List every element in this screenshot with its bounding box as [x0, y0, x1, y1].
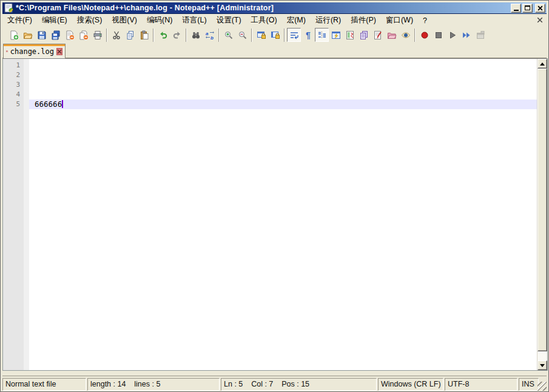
toolbar-button-macro-run-multiple[interactable]	[459, 28, 473, 42]
title-bar[interactable]: *C:\Program Files\Notepad++\change.log -…	[2, 2, 547, 14]
toolbar-button-macro-playback[interactable]	[445, 28, 459, 42]
menu-item-settings[interactable]: 设置(T)	[212, 14, 246, 27]
replace-icon: ab	[205, 30, 215, 40]
toolbar-button-document-switcher[interactable]	[357, 28, 371, 42]
print-icon	[93, 30, 103, 40]
menu-item-language[interactable]: 语言(L)	[177, 14, 211, 27]
menu-item-search[interactable]: 搜索(S)	[72, 14, 107, 27]
close-icon	[537, 5, 543, 11]
toolbar-separator	[153, 29, 154, 42]
arrow-down-icon	[540, 364, 545, 370]
scroll-up-button[interactable]	[537, 59, 547, 69]
toolbar-button-macro-stop[interactable]	[431, 28, 445, 42]
menu-item-edit[interactable]: 编辑(E)	[37, 14, 72, 27]
toolbar-button-document-map[interactable]	[343, 28, 357, 42]
toolbar-button-sync-vertical-scroll[interactable]	[254, 28, 268, 42]
toolbar-button-print[interactable]	[90, 28, 104, 42]
toolbar-button-paste[interactable]	[137, 28, 151, 42]
sync-vertical-scroll-icon	[257, 30, 266, 40]
menu-item-macro[interactable]: 宏(M)	[282, 14, 311, 27]
toolbar-button-zoom-out[interactable]	[235, 28, 249, 42]
tab-label: change.log	[10, 47, 54, 56]
line-number[interactable]: 4	[3, 90, 24, 100]
toolbar-separator	[414, 29, 416, 42]
text-content[interactable]: 666666	[29, 59, 537, 370]
editor-line-4[interactable]	[29, 90, 537, 100]
line-number[interactable]: 3	[3, 80, 24, 90]
fold-margin[interactable]	[24, 59, 29, 370]
toolbar-button-copy[interactable]	[123, 28, 137, 42]
save-icon	[37, 30, 47, 40]
maximize-button[interactable]	[522, 4, 533, 13]
menu-item-file[interactable]: 文件(F)	[2, 14, 37, 27]
maximize-icon	[525, 5, 530, 10]
toolbar-button-zoom-in[interactable]	[221, 28, 235, 42]
new-file-icon	[9, 30, 19, 40]
status-bar: Normal text file length : 14 lines : 5 L…	[2, 376, 547, 392]
toolbar-separator	[218, 29, 220, 42]
sync-horizontal-scroll-icon	[271, 30, 280, 40]
toolbar-button-close[interactable]	[62, 28, 76, 42]
editor-line-3[interactable]	[29, 80, 537, 90]
redo-icon	[172, 30, 182, 40]
tab-close-button[interactable]	[56, 48, 62, 55]
toolbar-button-sync-horizontal-scroll[interactable]	[268, 28, 282, 42]
scroll-down-button[interactable]	[537, 360, 547, 370]
menu-item-run[interactable]: 运行(R)	[311, 14, 346, 27]
toolbar-button-open-file[interactable]	[21, 28, 35, 42]
line-text: 666666	[35, 100, 62, 109]
editor-line-5-current[interactable]: 666666	[29, 100, 537, 109]
line-number[interactable]: 5	[3, 100, 24, 109]
toolbar-button-user-defined-language[interactable]	[329, 28, 343, 42]
editor-line-2[interactable]	[29, 70, 537, 80]
notepadpp-app-icon[interactable]	[4, 3, 14, 13]
monitoring-eye-icon	[401, 30, 411, 40]
menu-item-view[interactable]: 视图(V)	[107, 14, 142, 27]
toolbar-button-cut[interactable]	[109, 28, 123, 42]
menu-item-plugins[interactable]: 插件(P)	[346, 14, 381, 27]
undo-icon	[158, 30, 168, 40]
folder-as-workspace-icon	[387, 30, 397, 40]
svg-text:b: b	[211, 35, 214, 40]
toolbar-separator	[251, 29, 252, 42]
toolbar: ab ¶	[2, 27, 547, 43]
toolbar-button-word-wrap[interactable]	[287, 28, 301, 42]
editor-line-1[interactable]	[29, 61, 537, 70]
toolbar-button-folder-as-workspace[interactable]	[385, 28, 399, 42]
save-all-icon	[51, 30, 61, 40]
resize-grip[interactable]	[537, 382, 547, 391]
menu-item-encoding[interactable]: 编码(N)	[142, 14, 177, 27]
menu-item-help[interactable]: ?	[418, 15, 432, 26]
toolbar-button-redo[interactable]	[170, 28, 184, 42]
line-number-margin[interactable]: 1 2 3 4 5	[3, 59, 24, 370]
toolbar-button-monitoring[interactable]	[399, 28, 413, 42]
menu-item-window[interactable]: 窗口(W)	[381, 14, 418, 27]
editor-area[interactable]: 1 2 3 4 5 666666	[2, 58, 548, 371]
toolbar-button-macro-save[interactable]	[473, 28, 487, 42]
toolbar-button-find[interactable]	[189, 28, 203, 42]
zoom-in-icon	[224, 30, 234, 40]
menu-item-tools[interactable]: 工具(O)	[246, 14, 282, 27]
document-map-icon	[345, 30, 355, 40]
toolbar-button-save[interactable]	[35, 28, 49, 42]
unsaved-changes-icon	[6, 47, 8, 55]
toolbar-button-undo[interactable]	[156, 28, 170, 42]
toolbar-button-show-all-characters[interactable]: ¶	[301, 28, 315, 42]
line-number[interactable]: 2	[3, 70, 24, 80]
tab-change-log[interactable]: change.log	[3, 44, 66, 58]
toolbar-button-replace[interactable]: ab	[203, 28, 217, 42]
vertical-scrollbar[interactable]	[537, 59, 547, 370]
toolbar-button-function-list[interactable]	[371, 28, 385, 42]
close-document-button[interactable]	[537, 16, 543, 25]
line-number[interactable]: 1	[3, 61, 24, 70]
toolbar-button-save-all[interactable]	[49, 28, 62, 42]
close-button[interactable]	[535, 4, 545, 13]
user-defined-language-icon	[331, 30, 341, 40]
toolbar-button-macro-record[interactable]	[417, 28, 431, 42]
svg-text:a: a	[206, 31, 209, 36]
toolbar-button-close-all[interactable]	[76, 28, 90, 42]
scrollbar-thumb[interactable]	[537, 69, 547, 351]
minimize-button[interactable]	[511, 4, 521, 13]
toolbar-button-show-indent-guide[interactable]	[315, 28, 329, 42]
toolbar-button-new-file[interactable]	[7, 28, 21, 42]
